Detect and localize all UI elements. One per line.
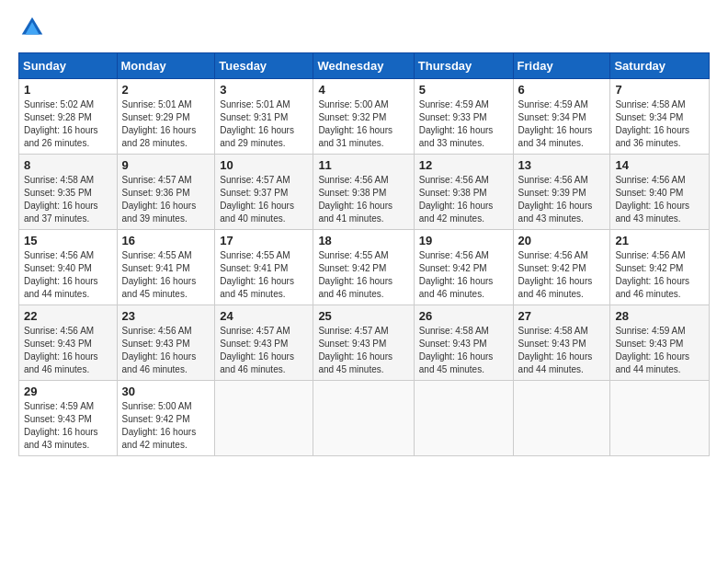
day-number: 13 — [518, 158, 606, 172]
day-number: 11 — [318, 158, 408, 172]
calendar-cell: 6 Sunrise: 4:59 AMSunset: 9:34 PMDayligh… — [513, 79, 610, 155]
day-detail: Sunrise: 5:02 AMSunset: 9:28 PMDaylight:… — [24, 99, 98, 148]
day-number: 23 — [122, 309, 210, 323]
calendar-cell — [313, 381, 414, 456]
page: SundayMondayTuesdayWednesdayThursdayFrid… — [0, 0, 728, 563]
day-number: 14 — [615, 158, 704, 172]
calendar-cell: 14 Sunrise: 4:56 AMSunset: 9:40 PMDaylig… — [610, 155, 710, 230]
calendar-cell: 30 Sunrise: 5:00 AMSunset: 9:42 PMDaylig… — [117, 381, 215, 456]
day-detail: Sunrise: 4:58 AMSunset: 9:43 PMDaylight:… — [518, 326, 593, 374]
calendar-cell: 12 Sunrise: 4:56 AMSunset: 9:38 PMDaylig… — [414, 155, 513, 230]
day-number: 18 — [318, 234, 408, 247]
day-number: 9 — [122, 158, 210, 172]
day-detail: Sunrise: 4:56 AMSunset: 9:43 PMDaylight:… — [122, 326, 197, 374]
day-header-wednesday: Wednesday — [313, 53, 414, 79]
day-header-thursday: Thursday — [414, 53, 513, 79]
day-number: 4 — [318, 83, 408, 97]
day-number: 6 — [518, 83, 606, 97]
calendar-cell: 21 Sunrise: 4:56 AMSunset: 9:42 PMDaylig… — [610, 230, 710, 305]
calendar-cell: 23 Sunrise: 4:56 AMSunset: 9:43 PMDaylig… — [117, 305, 215, 381]
calendar-cell — [610, 381, 710, 456]
day-detail: Sunrise: 4:56 AMSunset: 9:38 PMDaylight:… — [318, 175, 392, 224]
day-number: 1 — [24, 83, 112, 97]
day-detail: Sunrise: 4:58 AMSunset: 9:35 PMDaylight:… — [24, 175, 98, 224]
calendar-cell: 27 Sunrise: 4:58 AMSunset: 9:43 PMDaylig… — [513, 305, 610, 381]
calendar-cell: 13 Sunrise: 4:56 AMSunset: 9:39 PMDaylig… — [513, 155, 610, 230]
calendar-cell: 25 Sunrise: 4:57 AMSunset: 9:43 PMDaylig… — [313, 305, 414, 381]
day-number: 3 — [220, 83, 308, 97]
day-number: 30 — [122, 385, 210, 398]
day-detail: Sunrise: 4:57 AMSunset: 9:43 PMDaylight:… — [220, 326, 294, 374]
day-number: 10 — [220, 158, 308, 172]
day-detail: Sunrise: 4:55 AMSunset: 9:42 PMDaylight:… — [318, 250, 392, 299]
day-number: 12 — [419, 158, 508, 172]
day-number: 19 — [419, 234, 508, 247]
calendar-cell: 15 Sunrise: 4:56 AMSunset: 9:40 PMDaylig… — [19, 230, 118, 305]
day-detail: Sunrise: 4:56 AMSunset: 9:43 PMDaylight:… — [24, 326, 98, 374]
week-row-5: 29 Sunrise: 4:59 AMSunset: 9:43 PMDaylig… — [19, 381, 710, 456]
day-number: 5 — [419, 83, 508, 97]
week-row-3: 15 Sunrise: 4:56 AMSunset: 9:40 PMDaylig… — [19, 230, 710, 305]
calendar-cell: 4 Sunrise: 5:00 AMSunset: 9:32 PMDayligh… — [313, 79, 414, 155]
day-detail: Sunrise: 4:59 AMSunset: 9:43 PMDaylight:… — [615, 326, 689, 374]
day-detail: Sunrise: 5:00 AMSunset: 9:42 PMDaylight:… — [122, 401, 197, 450]
day-number: 2 — [122, 83, 210, 97]
day-header-saturday: Saturday — [610, 53, 710, 79]
day-number: 27 — [518, 309, 606, 323]
calendar-cell: 24 Sunrise: 4:57 AMSunset: 9:43 PMDaylig… — [215, 305, 313, 381]
calendar-cell: 3 Sunrise: 5:01 AMSunset: 9:31 PMDayligh… — [215, 79, 313, 155]
day-number: 16 — [122, 234, 210, 247]
day-number: 29 — [24, 385, 112, 398]
calendar-cell: 1 Sunrise: 5:02 AMSunset: 9:28 PMDayligh… — [19, 79, 118, 155]
day-detail: Sunrise: 4:58 AMSunset: 9:43 PMDaylight:… — [419, 326, 494, 374]
day-number: 22 — [24, 309, 112, 323]
calendar-cell: 5 Sunrise: 4:59 AMSunset: 9:33 PMDayligh… — [414, 79, 513, 155]
week-row-2: 8 Sunrise: 4:58 AMSunset: 9:35 PMDayligh… — [19, 155, 710, 230]
calendar-cell: 19 Sunrise: 4:56 AMSunset: 9:42 PMDaylig… — [414, 230, 513, 305]
day-header-monday: Monday — [117, 53, 215, 79]
day-number: 7 — [615, 83, 704, 97]
day-detail: Sunrise: 5:01 AMSunset: 9:31 PMDaylight:… — [220, 99, 294, 148]
logo — [18, 14, 50, 41]
day-number: 24 — [220, 309, 308, 323]
calendar-cell: 9 Sunrise: 4:57 AMSunset: 9:36 PMDayligh… — [117, 155, 215, 230]
calendar-cell — [513, 381, 610, 456]
day-number: 28 — [615, 309, 704, 323]
calendar-cell — [414, 381, 513, 456]
day-detail: Sunrise: 4:56 AMSunset: 9:40 PMDaylight:… — [24, 250, 98, 299]
calendar-cell: 26 Sunrise: 4:58 AMSunset: 9:43 PMDaylig… — [414, 305, 513, 381]
day-number: 17 — [220, 234, 308, 247]
calendar-cell: 16 Sunrise: 4:55 AMSunset: 9:41 PMDaylig… — [117, 230, 215, 305]
day-detail: Sunrise: 4:59 AMSunset: 9:34 PMDaylight:… — [518, 99, 593, 148]
day-number: 15 — [24, 234, 112, 247]
day-detail: Sunrise: 4:57 AMSunset: 9:37 PMDaylight:… — [220, 175, 294, 224]
header — [18, 14, 710, 41]
day-detail: Sunrise: 4:56 AMSunset: 9:42 PMDaylight:… — [518, 250, 593, 299]
day-detail: Sunrise: 4:56 AMSunset: 9:40 PMDaylight:… — [615, 175, 689, 224]
day-number: 8 — [24, 158, 112, 172]
day-number: 20 — [518, 234, 606, 247]
calendar-cell: 11 Sunrise: 4:56 AMSunset: 9:38 PMDaylig… — [313, 155, 414, 230]
calendar-cell: 10 Sunrise: 4:57 AMSunset: 9:37 PMDaylig… — [215, 155, 313, 230]
day-detail: Sunrise: 4:59 AMSunset: 9:43 PMDaylight:… — [24, 401, 98, 450]
day-detail: Sunrise: 4:56 AMSunset: 9:38 PMDaylight:… — [419, 175, 494, 224]
day-detail: Sunrise: 5:00 AMSunset: 9:32 PMDaylight:… — [318, 99, 392, 148]
day-detail: Sunrise: 4:56 AMSunset: 9:42 PMDaylight:… — [419, 250, 494, 299]
day-detail: Sunrise: 4:57 AMSunset: 9:43 PMDaylight:… — [318, 326, 392, 374]
day-detail: Sunrise: 4:55 AMSunset: 9:41 PMDaylight:… — [122, 250, 197, 299]
header-row: SundayMondayTuesdayWednesdayThursdayFrid… — [19, 53, 710, 79]
day-header-friday: Friday — [513, 53, 610, 79]
calendar-cell — [215, 381, 313, 456]
logo-icon — [18, 14, 46, 41]
day-detail: Sunrise: 4:56 AMSunset: 9:42 PMDaylight:… — [615, 250, 689, 299]
day-header-tuesday: Tuesday — [215, 53, 313, 79]
calendar-cell: 22 Sunrise: 4:56 AMSunset: 9:43 PMDaylig… — [19, 305, 118, 381]
day-number: 21 — [615, 234, 704, 247]
calendar-cell: 28 Sunrise: 4:59 AMSunset: 9:43 PMDaylig… — [610, 305, 710, 381]
day-detail: Sunrise: 4:58 AMSunset: 9:34 PMDaylight:… — [615, 99, 689, 148]
calendar-cell: 17 Sunrise: 4:55 AMSunset: 9:41 PMDaylig… — [215, 230, 313, 305]
day-detail: Sunrise: 4:55 AMSunset: 9:41 PMDaylight:… — [220, 250, 294, 299]
week-row-4: 22 Sunrise: 4:56 AMSunset: 9:43 PMDaylig… — [19, 305, 710, 381]
week-row-1: 1 Sunrise: 5:02 AMSunset: 9:28 PMDayligh… — [19, 79, 710, 155]
day-detail: Sunrise: 4:57 AMSunset: 9:36 PMDaylight:… — [122, 175, 197, 224]
